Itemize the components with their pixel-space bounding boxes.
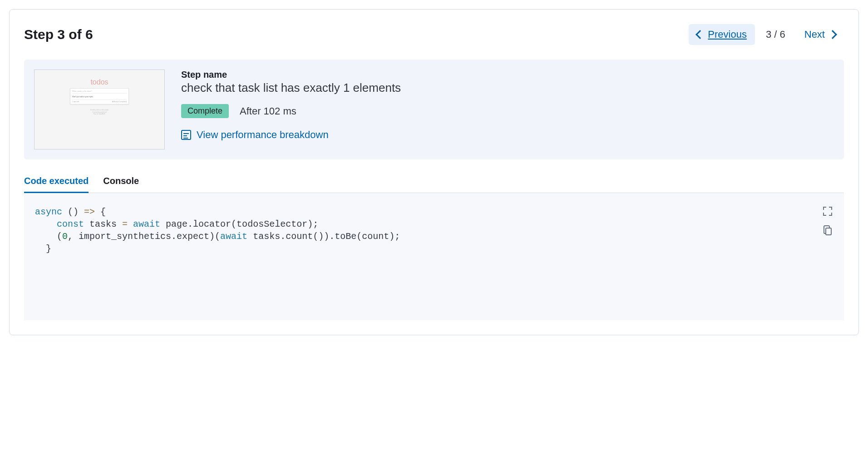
step-panel: Step 3 of 6 Previous 3 / 6 Next todos Wh… xyxy=(9,9,859,335)
status-badge: Complete xyxy=(181,104,229,118)
step-screenshot-thumbnail[interactable]: todos What needs to be done? Don't put s… xyxy=(34,70,165,149)
step-detail-card: todos What needs to be done? Don't put s… xyxy=(24,60,844,159)
thumb-app-title: todos xyxy=(70,78,129,86)
step-meta: Step name check that task list has exact… xyxy=(181,70,834,149)
code-actions xyxy=(822,206,833,236)
thumb-placeholder: What needs to be done? xyxy=(72,90,127,94)
step-timing: After 102 ms xyxy=(240,105,296,117)
previous-label: Previous xyxy=(708,29,747,40)
perf-link-label: View performance breakdown xyxy=(197,129,329,141)
next-label: Next xyxy=(804,29,825,40)
thumb-caption3: Part of TodoMVC xyxy=(70,113,129,115)
step-counter: 3 / 6 xyxy=(766,29,785,40)
thumb-footer-mid: All Active Completed xyxy=(112,101,127,103)
fullscreen-icon[interactable] xyxy=(822,206,833,217)
tab-code-executed[interactable]: Code executed xyxy=(24,176,89,193)
header-row: Step 3 of 6 Previous 3 / 6 Next xyxy=(24,24,844,45)
step-name-label: Step name xyxy=(181,70,834,80)
status-row: Complete After 102 ms xyxy=(181,104,834,118)
step-title: Step 3 of 6 xyxy=(24,27,93,42)
tab-console[interactable]: Console xyxy=(103,176,139,193)
thumb-task: Don't put salt in your eyes xyxy=(72,94,127,99)
chevron-left-icon xyxy=(695,30,705,39)
performance-breakdown-link[interactable]: View performance breakdown xyxy=(181,129,834,141)
tabs: Code executed Console xyxy=(24,176,844,193)
previous-button[interactable]: Previous xyxy=(689,24,755,45)
chevron-right-icon xyxy=(828,30,837,39)
copy-icon[interactable] xyxy=(822,225,833,236)
step-nav: Previous 3 / 6 Next xyxy=(689,24,844,45)
thumb-footer-left: 1 item left xyxy=(72,101,79,103)
code-block: async () => { const tasks = await page.l… xyxy=(24,193,844,320)
step-name-value: check that task list has exactly 1 eleme… xyxy=(181,81,834,95)
next-button[interactable]: Next xyxy=(796,24,844,45)
document-icon xyxy=(181,130,191,140)
svg-rect-0 xyxy=(826,228,831,235)
code-content: async () => { const tasks = await page.l… xyxy=(35,206,833,255)
